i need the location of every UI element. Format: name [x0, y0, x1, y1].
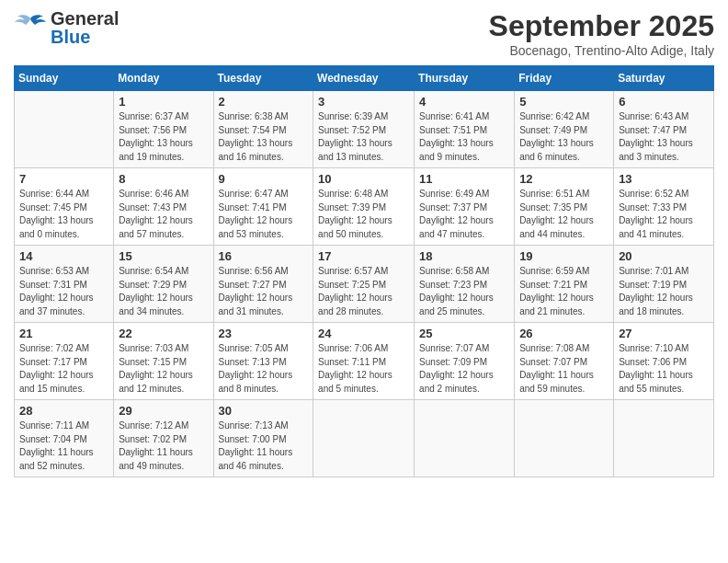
- calendar-cell: 4Sunrise: 6:41 AM Sunset: 7:51 PM Daylig…: [415, 91, 515, 168]
- calendar-cell: 16Sunrise: 6:56 AM Sunset: 7:27 PM Dayli…: [213, 246, 313, 323]
- day-info: Sunrise: 7:03 AM Sunset: 7:15 PM Dayligh…: [119, 342, 208, 396]
- day-info: Sunrise: 7:01 AM Sunset: 7:19 PM Dayligh…: [619, 265, 709, 318]
- day-info: Sunrise: 7:06 AM Sunset: 7:11 PM Dayligh…: [318, 342, 409, 396]
- title-block: September 2025 Bocenago, Trentino-Alto A…: [489, 9, 714, 58]
- calendar-cell: 26Sunrise: 7:08 AM Sunset: 7:07 PM Dayli…: [515, 323, 614, 400]
- day-number: 22: [119, 327, 208, 340]
- day-info: Sunrise: 6:41 AM Sunset: 7:51 PM Dayligh…: [419, 110, 509, 164]
- col-header-sunday: Sunday: [15, 66, 114, 91]
- day-number: 7: [19, 172, 108, 186]
- calendar-cell: 30Sunrise: 7:13 AM Sunset: 7:00 PM Dayli…: [213, 400, 313, 477]
- day-number: 1: [119, 95, 208, 109]
- day-number: 25: [419, 327, 509, 340]
- calendar-week-4: 21Sunrise: 7:02 AM Sunset: 7:17 PM Dayli…: [15, 323, 714, 400]
- day-number: 23: [219, 327, 309, 340]
- day-number: 8: [119, 172, 208, 186]
- logo-icon: [14, 9, 47, 46]
- day-number: 13: [619, 172, 709, 186]
- calendar-cell: 12Sunrise: 6:51 AM Sunset: 7:35 PM Dayli…: [515, 168, 614, 246]
- col-header-saturday: Saturday: [614, 66, 714, 91]
- day-info: Sunrise: 6:38 AM Sunset: 7:54 PM Dayligh…: [219, 110, 309, 164]
- day-info: Sunrise: 7:07 AM Sunset: 7:09 PM Dayligh…: [419, 342, 509, 396]
- day-number: 30: [219, 404, 309, 418]
- calendar-cell: 2Sunrise: 6:38 AM Sunset: 7:54 PM Daylig…: [213, 91, 313, 168]
- calendar-cell: 27Sunrise: 7:10 AM Sunset: 7:06 PM Dayli…: [614, 323, 714, 400]
- calendar-table: SundayMondayTuesdayWednesdayThursdayFrid…: [14, 65, 714, 477]
- calendar-cell: 25Sunrise: 7:07 AM Sunset: 7:09 PM Dayli…: [415, 323, 515, 400]
- day-number: 21: [19, 327, 108, 340]
- day-info: Sunrise: 6:43 AM Sunset: 7:47 PM Dayligh…: [619, 110, 709, 164]
- logo: General Blue: [14, 9, 119, 46]
- calendar-cell: 7Sunrise: 6:44 AM Sunset: 7:45 PM Daylig…: [15, 168, 114, 246]
- calendar-week-5: 28Sunrise: 7:11 AM Sunset: 7:04 PM Dayli…: [15, 400, 714, 477]
- calendar-cell: 18Sunrise: 6:58 AM Sunset: 7:23 PM Dayli…: [415, 246, 515, 323]
- day-number: 4: [419, 95, 509, 109]
- calendar-cell: 14Sunrise: 6:53 AM Sunset: 7:31 PM Dayli…: [15, 246, 114, 323]
- day-number: 20: [619, 249, 709, 263]
- day-number: 12: [519, 172, 609, 186]
- day-info: Sunrise: 6:44 AM Sunset: 7:45 PM Dayligh…: [19, 188, 108, 241]
- day-info: Sunrise: 6:51 AM Sunset: 7:35 PM Dayligh…: [519, 188, 609, 241]
- calendar-cell: 3Sunrise: 6:39 AM Sunset: 7:52 PM Daylig…: [313, 91, 415, 168]
- col-header-thursday: Thursday: [415, 66, 515, 91]
- day-info: Sunrise: 7:13 AM Sunset: 7:00 PM Dayligh…: [219, 419, 309, 473]
- logo-blue-text: Blue: [51, 28, 90, 46]
- day-number: 24: [318, 327, 409, 340]
- day-info: Sunrise: 7:05 AM Sunset: 7:13 PM Dayligh…: [219, 342, 309, 396]
- day-info: Sunrise: 6:57 AM Sunset: 7:25 PM Dayligh…: [318, 265, 409, 318]
- month-title: September 2025: [489, 9, 714, 43]
- day-info: Sunrise: 7:10 AM Sunset: 7:06 PM Dayligh…: [619, 342, 709, 396]
- logo-text-block: General Blue: [51, 9, 119, 46]
- calendar-cell: [515, 400, 614, 477]
- day-number: 5: [519, 95, 609, 109]
- calendar-cell: 29Sunrise: 7:12 AM Sunset: 7:02 PM Dayli…: [114, 400, 213, 477]
- page-header: General Blue September 2025 Bocenago, Tr…: [14, 9, 714, 58]
- day-number: 27: [619, 327, 709, 340]
- calendar-cell: [15, 91, 114, 168]
- day-number: 17: [318, 249, 409, 263]
- col-header-friday: Friday: [515, 66, 614, 91]
- calendar-cell: 6Sunrise: 6:43 AM Sunset: 7:47 PM Daylig…: [614, 91, 714, 168]
- day-number: 29: [119, 404, 208, 418]
- calendar-cell: 24Sunrise: 7:06 AM Sunset: 7:11 PM Dayli…: [313, 323, 415, 400]
- col-header-wednesday: Wednesday: [313, 66, 415, 91]
- calendar-week-2: 7Sunrise: 6:44 AM Sunset: 7:45 PM Daylig…: [15, 168, 714, 246]
- day-number: 26: [519, 327, 609, 340]
- day-info: Sunrise: 6:53 AM Sunset: 7:31 PM Dayligh…: [19, 265, 108, 318]
- day-info: Sunrise: 6:37 AM Sunset: 7:56 PM Dayligh…: [119, 110, 208, 164]
- calendar-week-1: 1Sunrise: 6:37 AM Sunset: 7:56 PM Daylig…: [15, 91, 714, 168]
- calendar-cell: 5Sunrise: 6:42 AM Sunset: 7:49 PM Daylig…: [515, 91, 614, 168]
- calendar-cell: 10Sunrise: 6:48 AM Sunset: 7:39 PM Dayli…: [313, 168, 415, 246]
- day-number: 11: [419, 172, 509, 186]
- col-header-tuesday: Tuesday: [213, 66, 313, 91]
- calendar-body: 1Sunrise: 6:37 AM Sunset: 7:56 PM Daylig…: [15, 91, 714, 477]
- calendar-cell: 21Sunrise: 7:02 AM Sunset: 7:17 PM Dayli…: [15, 323, 114, 400]
- day-number: 28: [19, 404, 108, 418]
- calendar-cell: [313, 400, 415, 477]
- day-number: 14: [19, 249, 108, 263]
- day-number: 19: [519, 249, 609, 263]
- calendar-cell: 19Sunrise: 6:59 AM Sunset: 7:21 PM Dayli…: [515, 246, 614, 323]
- day-info: Sunrise: 6:42 AM Sunset: 7:49 PM Dayligh…: [519, 110, 609, 164]
- day-info: Sunrise: 6:54 AM Sunset: 7:29 PM Dayligh…: [119, 265, 208, 318]
- calendar-cell: 13Sunrise: 6:52 AM Sunset: 7:33 PM Dayli…: [614, 168, 714, 246]
- day-info: Sunrise: 6:58 AM Sunset: 7:23 PM Dayligh…: [419, 265, 509, 318]
- calendar-cell: 28Sunrise: 7:11 AM Sunset: 7:04 PM Dayli…: [15, 400, 114, 477]
- day-info: Sunrise: 6:47 AM Sunset: 7:41 PM Dayligh…: [219, 188, 309, 241]
- calendar-cell: 23Sunrise: 7:05 AM Sunset: 7:13 PM Dayli…: [213, 323, 313, 400]
- logo-text: General: [51, 9, 119, 28]
- day-number: 18: [419, 249, 509, 263]
- location: Bocenago, Trentino-Alto Adige, Italy: [489, 43, 714, 58]
- calendar-cell: [614, 400, 714, 477]
- calendar-cell: 22Sunrise: 7:03 AM Sunset: 7:15 PM Dayli…: [114, 323, 213, 400]
- day-info: Sunrise: 6:39 AM Sunset: 7:52 PM Dayligh…: [318, 110, 409, 164]
- day-number: 15: [119, 249, 208, 263]
- day-info: Sunrise: 6:48 AM Sunset: 7:39 PM Dayligh…: [318, 188, 409, 241]
- day-number: 9: [219, 172, 309, 186]
- day-info: Sunrise: 7:02 AM Sunset: 7:17 PM Dayligh…: [19, 342, 108, 396]
- calendar-cell: 8Sunrise: 6:46 AM Sunset: 7:43 PM Daylig…: [114, 168, 213, 246]
- day-info: Sunrise: 7:11 AM Sunset: 7:04 PM Dayligh…: [19, 419, 108, 473]
- day-info: Sunrise: 6:56 AM Sunset: 7:27 PM Dayligh…: [219, 265, 309, 318]
- calendar-cell: 20Sunrise: 7:01 AM Sunset: 7:19 PM Dayli…: [614, 246, 714, 323]
- calendar-cell: 1Sunrise: 6:37 AM Sunset: 7:56 PM Daylig…: [114, 91, 213, 168]
